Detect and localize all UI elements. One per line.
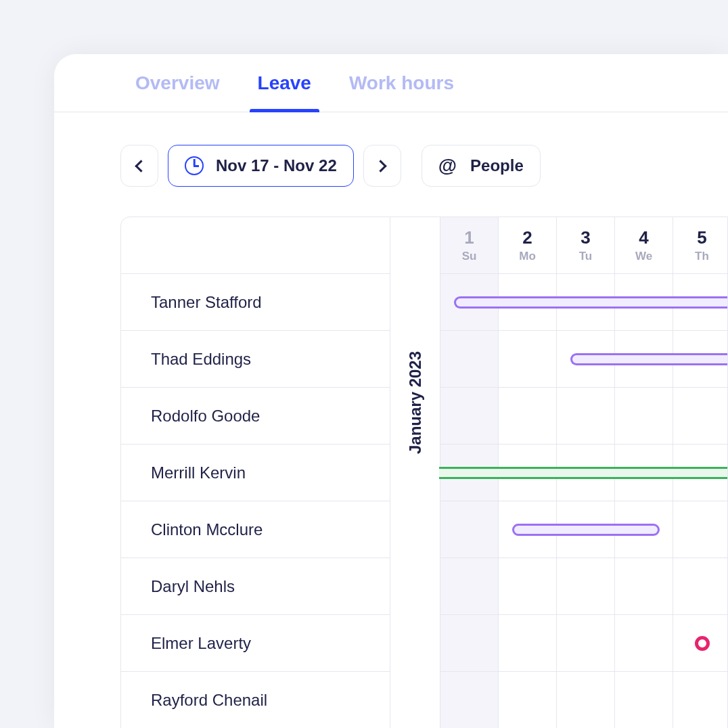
schedule-row (440, 501, 728, 558)
people-row[interactable]: Daryl Nehls (121, 558, 390, 615)
schedule-row (440, 615, 728, 672)
at-icon: @ (438, 155, 457, 177)
people-filter-button[interactable]: @ People (422, 145, 541, 187)
day-number: 4 (639, 227, 648, 248)
day-cell[interactable] (615, 388, 673, 444)
day-cell[interactable] (499, 615, 557, 671)
schedule-row (440, 331, 728, 388)
clock-icon (185, 156, 204, 175)
date-range-button[interactable]: Nov 17 - Nov 22 (168, 145, 354, 187)
tab-work-hours[interactable]: Work hours (349, 54, 454, 112)
day-column-header[interactable]: 5Th (673, 217, 728, 273)
day-cell[interactable] (673, 558, 728, 614)
day-number: 2 (522, 227, 532, 248)
day-of-week: Tu (579, 250, 593, 263)
day-cell[interactable] (440, 558, 499, 614)
days-area: 1Su2Mo3Tu4We5Th (440, 217, 728, 728)
schedule-row (440, 388, 728, 445)
days-header: 1Su2Mo3Tu4We5Th (440, 217, 728, 274)
people-row[interactable]: Tanner Stafford (121, 274, 390, 331)
day-of-week: Mo (519, 250, 536, 263)
day-cell[interactable] (673, 501, 728, 558)
day-of-week: Su (462, 250, 477, 263)
day-cell[interactable] (673, 388, 728, 444)
day-cell[interactable] (440, 615, 499, 671)
day-cell[interactable] (440, 388, 499, 444)
days-body (440, 274, 728, 728)
schedule-row (440, 274, 728, 331)
people-filter-label: People (470, 156, 524, 175)
day-cell[interactable] (615, 558, 673, 614)
month-label: January 2023 (406, 351, 425, 454)
leave-dot[interactable] (695, 636, 710, 651)
day-cell[interactable] (557, 615, 615, 671)
day-cell[interactable] (440, 501, 499, 558)
tabs: Overview Leave Work hours (54, 54, 728, 112)
day-cell[interactable] (615, 672, 673, 728)
day-cell[interactable] (440, 672, 499, 728)
people-column: Tanner StaffordThad EddingsRodolfo Goode… (121, 217, 390, 728)
people-row[interactable]: Rayford Chenail (121, 672, 390, 728)
day-cell[interactable] (499, 672, 557, 728)
leave-bar[interactable] (570, 353, 728, 365)
day-cell[interactable] (499, 331, 557, 387)
day-cell[interactable] (557, 388, 615, 444)
toolbar: Nov 17 - Nov 22 @ People (54, 112, 728, 187)
day-cell[interactable] (440, 331, 499, 387)
prev-range-button[interactable] (120, 145, 158, 187)
chevron-right-icon (375, 160, 387, 172)
day-number: 5 (697, 227, 706, 248)
people-row[interactable]: Elmer Laverty (121, 615, 390, 672)
leave-bar[interactable] (512, 524, 660, 536)
leave-bar[interactable] (454, 296, 728, 309)
day-cell[interactable] (499, 388, 557, 444)
day-number: 3 (581, 227, 590, 248)
schedule-grid: Tanner StaffordThad EddingsRodolfo Goode… (120, 217, 728, 728)
day-cell[interactable] (615, 615, 673, 671)
day-of-week: We (635, 250, 652, 263)
people-row[interactable]: Clinton Mcclure (121, 501, 390, 558)
day-column-header[interactable]: 2Mo (499, 217, 557, 273)
leave-app: Overview Leave Work hours Nov 17 - Nov 2… (54, 54, 728, 728)
day-number: 1 (464, 227, 474, 248)
people-row[interactable]: Thad Eddings (121, 331, 390, 388)
day-column-header[interactable]: 1Su (440, 217, 499, 273)
people-row[interactable]: Rodolfo Goode (121, 388, 390, 445)
day-of-week: Th (695, 250, 709, 263)
schedule-row (440, 558, 728, 615)
people-column-header (121, 217, 390, 274)
chevron-left-icon (135, 160, 147, 172)
day-cell[interactable] (557, 558, 615, 614)
schedule-row (440, 672, 728, 728)
day-column-header[interactable]: 4We (615, 217, 673, 273)
day-cell[interactable] (673, 672, 728, 728)
tab-leave[interactable]: Leave (258, 54, 311, 112)
day-cell[interactable] (499, 558, 557, 614)
date-range-label: Nov 17 - Nov 22 (216, 156, 337, 175)
day-cell[interactable] (557, 672, 615, 728)
month-column: January 2023 (390, 217, 440, 728)
next-range-button[interactable] (363, 145, 401, 187)
tab-overview[interactable]: Overview (135, 54, 220, 112)
leave-bar[interactable] (439, 467, 728, 479)
schedule-row (440, 445, 728, 501)
day-column-header[interactable]: 3Tu (557, 217, 615, 273)
people-row[interactable]: Merrill Kervin (121, 445, 390, 501)
